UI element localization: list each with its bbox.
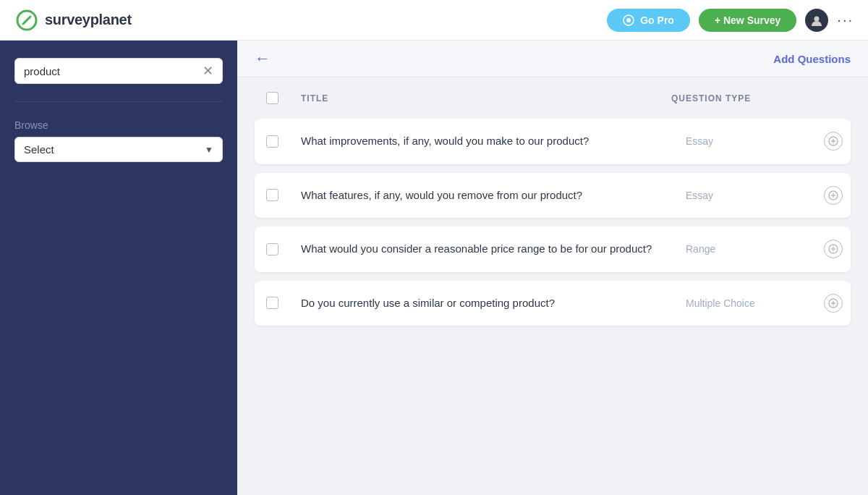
add-circle-icon-3 [828, 244, 838, 254]
add-question-button-4[interactable] [824, 294, 843, 313]
search-box: ✕ [14, 58, 223, 84]
category-select[interactable]: Select All Categories Customer Feedback … [24, 143, 205, 156]
browse-section: Browse Select All Categories Customer Fe… [14, 119, 223, 162]
toolbar-left: ← [255, 51, 271, 67]
add-questions-button[interactable]: Add Questions [773, 53, 851, 65]
new-survey-button[interactable]: + New Survey [699, 9, 796, 32]
more-menu-button[interactable]: ··· [837, 12, 854, 28]
add-question-button-3[interactable] [824, 240, 843, 258]
add-circle-icon-2 [828, 190, 838, 200]
row-checkbox-3[interactable] [266, 243, 278, 255]
topnav-left: surveyplanet [14, 8, 132, 33]
question-title-3: What would you consider a reasonable pri… [301, 242, 652, 255]
add-circle-icon-1 [828, 136, 838, 146]
browse-label: Browse [14, 119, 223, 131]
logo-icon [14, 8, 39, 33]
svg-point-4 [814, 16, 820, 21]
row-checkbox-cell [255, 243, 289, 255]
title-column-header: TITLE [289, 93, 671, 103]
sidebar: ✕ Browse Select All Categories Customer … [0, 41, 237, 495]
table-row: What would you consider a reasonable pri… [255, 227, 851, 272]
table-row: What features, if any, would you remove … [255, 173, 851, 219]
topnav: surveyplanet Go Pro + New Survey ··· [0, 0, 868, 41]
action-cell-1 [816, 132, 851, 151]
logo-text: surveyplanet [45, 12, 132, 28]
avatar[interactable] [805, 9, 828, 32]
question-type-1: Essay [686, 135, 816, 147]
toolbar: ← Add Questions [237, 41, 868, 77]
row-checkbox-cell [255, 135, 289, 148]
row-checkbox-1[interactable] [266, 135, 278, 148]
question-body-4: Do you currently use a similar or compet… [289, 281, 686, 326]
action-cell-4 [816, 294, 851, 313]
svg-line-1 [23, 17, 30, 24]
select-all-checkbox[interactable] [266, 92, 278, 104]
action-cell-2 [816, 186, 851, 205]
back-button[interactable]: ← [255, 51, 271, 67]
question-title-1: What improvements, if any, would you mak… [301, 135, 589, 147]
search-input[interactable] [24, 65, 197, 77]
select-arrow-icon: ▼ [205, 145, 213, 155]
add-question-button-1[interactable] [824, 132, 843, 151]
sidebar-divider [14, 101, 223, 102]
question-body-1: What improvements, if any, would you mak… [289, 119, 686, 164]
question-body-2: What features, if any, would you remove … [289, 173, 686, 219]
question-type-4: Multiple Choice [686, 297, 816, 309]
main-content: ← Add Questions TITLE QUESTION TYPE [237, 41, 868, 495]
question-body-3: What would you consider a reasonable pri… [289, 227, 686, 272]
clear-search-button[interactable]: ✕ [203, 64, 213, 77]
table-row: What improvements, if any, would you mak… [255, 119, 851, 164]
add-question-button-2[interactable] [824, 186, 843, 205]
category-select-wrapper[interactable]: Select All Categories Customer Feedback … [14, 137, 223, 162]
row-checkbox-cell [255, 297, 289, 309]
layout: ✕ Browse Select All Categories Customer … [0, 41, 868, 495]
gopro-button[interactable]: Go Pro [607, 9, 690, 32]
new-survey-label: + New Survey [715, 14, 780, 26]
table-header: TITLE QUESTION TYPE [255, 89, 851, 110]
question-title-2: What features, if any, would you remove … [301, 189, 582, 201]
table-row: Do you currently use a similar or compet… [255, 281, 851, 326]
avatar-icon [810, 14, 823, 27]
topnav-right: Go Pro + New Survey ··· [607, 9, 854, 32]
qtype-column-header: QUESTION TYPE [671, 93, 816, 103]
question-type-2: Essay [686, 190, 816, 201]
question-type-3: Range [686, 243, 816, 255]
row-checkbox-2[interactable] [266, 189, 278, 201]
row-checkbox-cell [255, 189, 289, 201]
header-checkbox-cell [255, 92, 289, 104]
question-title-4: Do you currently use a similar or compet… [301, 297, 555, 309]
row-checkbox-4[interactable] [266, 297, 278, 309]
svg-point-3 [626, 18, 631, 22]
action-cell-3 [816, 240, 851, 258]
gopro-icon [623, 14, 634, 26]
questions-list: TITLE QUESTION TYPE What improvements, i… [237, 77, 868, 337]
add-circle-icon-4 [828, 298, 838, 308]
gopro-label: Go Pro [640, 14, 674, 26]
